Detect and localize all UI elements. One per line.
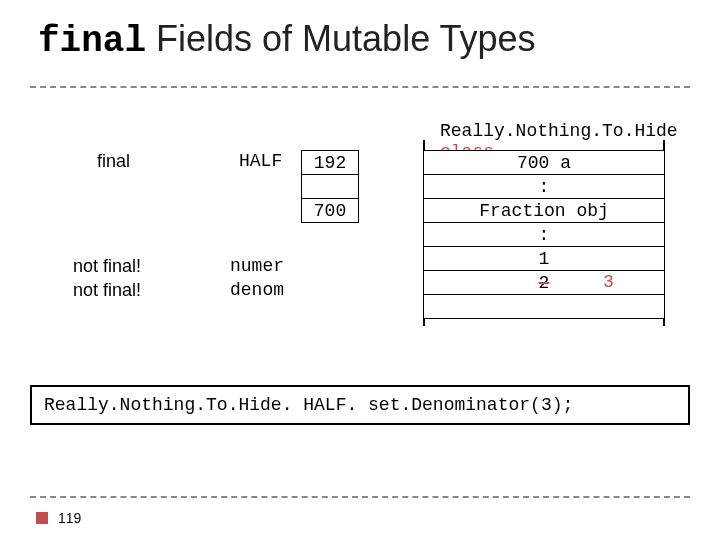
obj-colon-1: : [423,174,665,199]
label-final: final [97,151,130,172]
footer-bullet-icon [36,512,48,524]
label-numer: numer [230,256,284,276]
label-half: HALF [239,151,282,171]
title-keyword: final [38,21,146,62]
label-denom: denom [230,280,284,300]
label-notfinal-2: not final! [73,280,141,301]
slide-title: final Fields of Mutable Types [38,18,536,62]
obj-colon-2: : [423,222,665,247]
obj-denom-old: 2 [539,273,550,293]
obj-addr: 700 a [423,150,665,175]
obj-empty [423,294,665,319]
label-notfinal-1: not final! [73,256,141,277]
title-rest: Fields of Mutable Types [146,18,536,59]
obj-denom: 2 [423,270,665,295]
stack-half-address: 192 [301,150,359,175]
code-line: Really.Nothing.To.Hide. HALF. set.Denomi… [30,385,690,425]
class-name: Really.Nothing.To.Hide [440,121,678,141]
obj-type: Fraction obj [423,198,665,223]
page-number: 119 [58,510,81,526]
obj-numer: 1 [423,246,665,271]
obj-denom-new: 3 [603,272,614,292]
stack-blank [301,174,359,199]
footer-divider [30,496,690,498]
stack-obj-address: 700 [301,198,359,223]
title-divider [30,86,690,88]
